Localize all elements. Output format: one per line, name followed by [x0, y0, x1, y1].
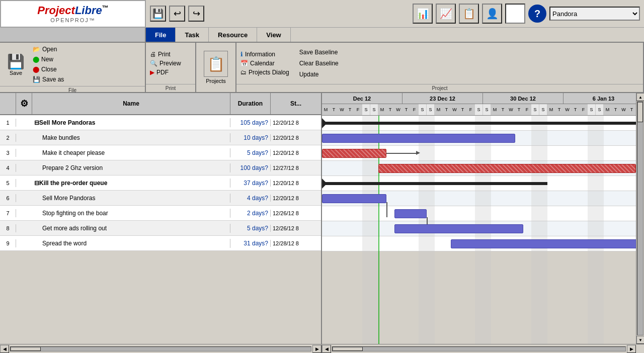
cell-duration: 5 days?: [230, 225, 271, 232]
hscroll-thumb-gantt[interactable]: [333, 347, 363, 351]
hscroll-track-table: [10, 346, 311, 351]
cell-row-num: 3: [0, 149, 16, 157]
table-row[interactable]: 5⊟Kill the pre-order queue37 days?12/20/…: [0, 175, 321, 191]
cell-duration: 2 days?: [230, 210, 271, 217]
update-button[interactable]: Update: [297, 70, 341, 79]
vscroll-thumb[interactable]: [637, 102, 643, 122]
saveas-button[interactable]: 💾 Save as: [31, 75, 66, 84]
gantt-day-cell: F: [354, 104, 362, 115]
hscroll-left-table[interactable]: ◀: [0, 345, 9, 353]
gantt-day-cell: T: [515, 104, 523, 115]
vscroll-down[interactable]: ▼: [636, 336, 644, 344]
gantt-day-cell: F: [467, 104, 475, 115]
gantt-bar-row1: [322, 122, 636, 125]
table-row[interactable]: 6 Sell More Pandoras4 days?12/20/12 8: [0, 191, 321, 206]
gantt-day-cell: S: [483, 104, 491, 115]
cell-start: 12/26/12 8: [271, 224, 321, 232]
cell-start: 12/20/12 8: [271, 134, 321, 142]
cell-task-name: Get more ads rolling out: [32, 224, 230, 233]
table-row[interactable]: 4 Prepare 2 Ghz version100 days?12/27/12…: [0, 160, 321, 175]
cell-duration: 37 days?: [230, 180, 271, 187]
gantt-bar-row5: [322, 182, 547, 185]
view-btn-1[interactable]: 📊: [413, 4, 433, 24]
vscroll-up[interactable]: ▲: [636, 93, 644, 101]
hscroll-right-table[interactable]: ▶: [312, 345, 321, 353]
save-baseline-button[interactable]: Save Baseline: [297, 48, 341, 57]
gantt-day-cell: T: [346, 104, 354, 115]
table-row[interactable]: 3 Make it cheaper please5 days?12/20/12 …: [0, 145, 321, 160]
save-icon-tb[interactable]: 💾: [150, 6, 166, 22]
close-button[interactable]: ⬤ Close: [31, 65, 66, 74]
gantt-day-cell: T: [330, 104, 338, 115]
cell-row-num: 9: [0, 239, 16, 247]
view-btn-5[interactable]: [505, 4, 525, 24]
hscroll-thumb-table[interactable]: [11, 347, 41, 351]
gantt-day-cell: T: [572, 104, 580, 115]
gantt-day-cell: T: [612, 104, 620, 115]
project-dropdown[interactable]: Pandora: [549, 7, 640, 21]
hscroll-right-gantt[interactable]: ▶: [627, 345, 636, 353]
help-btn[interactable]: ?: [528, 5, 546, 23]
col-indicator-header: ⚙: [16, 93, 32, 114]
gantt-day-cell: W: [394, 104, 403, 115]
table-row[interactable]: 2 Make bundles10 days?12/20/12 8: [0, 130, 321, 145]
menu-file[interactable]: File: [146, 28, 176, 42]
cell-task-name: Prepare 2 Ghz version: [32, 163, 230, 172]
logo-sub: OPENPROJ™: [50, 17, 96, 23]
information-button[interactable]: ℹ Information: [240, 51, 289, 58]
gantt-day-cell: T: [386, 104, 394, 115]
gantt-bar-row7: [394, 209, 427, 218]
save-button[interactable]: 💾 Save: [3, 51, 29, 78]
cell-start: 12/28/12 8: [271, 239, 321, 247]
gantt-day-cell: T: [459, 104, 467, 115]
preview-button[interactable]: 🔍 Preview: [150, 60, 191, 67]
menu-resource[interactable]: Resource: [209, 28, 257, 42]
projects-button[interactable]: 📋 Projects: [204, 51, 228, 84]
cell-row-num: 6: [0, 194, 16, 202]
view-btn-3[interactable]: 📋: [459, 4, 479, 24]
gantt-day-cell: M: [435, 104, 443, 115]
cell-row-num: 2: [0, 134, 16, 142]
projects-dialog-button[interactable]: 🗂 Projects Dialog: [240, 69, 289, 76]
cell-row-num: 5: [0, 179, 16, 187]
gantt-day-cell: M: [604, 104, 612, 115]
clear-baseline-button[interactable]: Clear Baseline: [297, 59, 341, 68]
cell-start: 12/20/12 8: [271, 119, 321, 127]
col-start-header: St...: [271, 93, 321, 114]
gantt-arrow-row3: [386, 153, 419, 154]
view-btn-2[interactable]: 📈: [436, 4, 456, 24]
vscroll-track: [637, 102, 643, 335]
view-btn-4[interactable]: 👤: [482, 4, 502, 24]
menu-task[interactable]: Task: [176, 28, 209, 42]
table-row[interactable]: 8 Get more ads rolling out5 days?12/26/1…: [0, 221, 321, 236]
calendar-button[interactable]: 📅 Calendar: [240, 60, 289, 67]
gantt-month-dec12-a: Dec 12: [322, 93, 403, 104]
logo: ProjectLibre™ OPENPROJ™: [0, 0, 146, 28]
table-row[interactable]: 1⊟Sell More Pandoras105 days?12/20/12 8: [0, 115, 321, 130]
cell-task-name: ⊟Sell More Pandoras: [32, 118, 230, 127]
cell-duration: 10 days?: [230, 134, 271, 141]
col-num-header: [0, 93, 16, 114]
hscroll-left-gantt[interactable]: ◀: [322, 345, 331, 353]
print-button[interactable]: 🖨 Print: [150, 51, 191, 58]
vertical-scrollbar[interactable]: ▲ ▼: [636, 93, 644, 344]
cell-start: 12/20/12 8: [271, 149, 321, 157]
gantt-month-6jan13: 6 Jan 13: [564, 93, 636, 104]
table-row[interactable]: 9 Spread the word31 days?12/28/12 8: [0, 236, 321, 251]
gantt-bar-row8: [394, 224, 523, 233]
undo-icon-tb[interactable]: ↩: [169, 6, 185, 22]
menu-view[interactable]: View: [257, 28, 290, 42]
gantt-day-cell: S: [419, 104, 427, 115]
gantt-day-cell: S: [531, 104, 539, 115]
new-button[interactable]: ⬤ New: [31, 55, 66, 64]
pdf-button[interactable]: ▶ PDF: [150, 69, 191, 76]
open-button[interactable]: 📂 Open: [31, 45, 66, 54]
col-duration-header: Duration: [230, 93, 271, 114]
gantt-arrowhead-row3: [416, 151, 420, 155]
gantt-day-cell: S: [596, 104, 604, 115]
gantt-arrow-row6: [386, 202, 387, 217]
redo-icon-tb[interactable]: ↪: [188, 6, 204, 22]
table-row[interactable]: 7 Stop fighting on the boar2 days?12/26/…: [0, 206, 321, 221]
gantt-bar-row3: [322, 149, 386, 158]
gantt-day-cell: T: [403, 104, 411, 115]
